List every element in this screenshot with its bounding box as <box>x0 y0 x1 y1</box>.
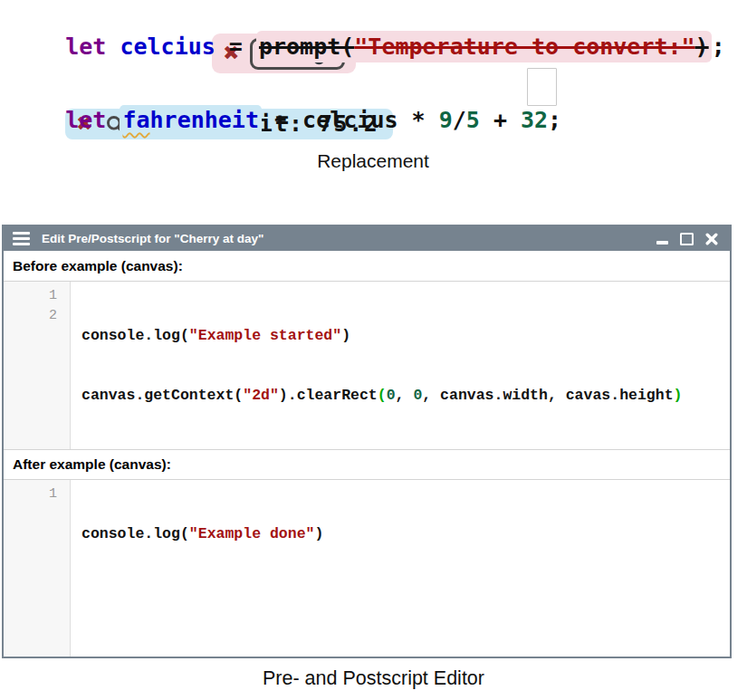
line-number-gutter: 1 2 <box>4 282 71 449</box>
line-number: 1 <box>4 484 57 504</box>
window-titlebar: Edit Pre/Postscript for "Cherry at day" <box>4 226 730 251</box>
line-number: 2 <box>4 306 57 326</box>
window-caption: Pre- and Postscript Editor <box>0 667 747 690</box>
after-editor: 1 console.log("Example done") <box>4 480 730 657</box>
snippet-caption: Replacement <box>11 150 735 172</box>
code-tokens-highlighted: fahrenheit <box>122 107 259 133</box>
minimize-button[interactable] <box>656 233 668 245</box>
removed-code-highlight[interactable]: prompt("Temperature to convert:") <box>256 31 712 62</box>
code-line: console.log("Example done") <box>81 524 730 544</box>
code-line-celcius[interactable]: let celcius = prompt("Temperature to con… <box>11 2 735 32</box>
code-snippet: let celcius = prompt("Temperature to con… <box>11 2 735 172</box>
close-button[interactable] <box>705 233 718 245</box>
before-section-label: Before example (canvas): <box>4 251 730 282</box>
code-tokens-pre: let celcius = <box>65 34 256 60</box>
code-tokens-pre: let <box>65 107 120 133</box>
window-controls <box>656 233 721 245</box>
code-tokens-post: = celcius * 9/5 + 32; <box>262 107 561 133</box>
line-number-gutter: 1 <box>4 480 71 657</box>
x-mark-icon <box>705 233 718 245</box>
empty-widget-box[interactable] <box>527 68 557 106</box>
before-code-area[interactable]: console.log("Example started") canvas.ge… <box>71 282 730 449</box>
maximize-button[interactable] <box>680 233 694 245</box>
definition-highlight[interactable]: fahrenheit <box>120 105 262 136</box>
code-line: canvas.getContext("2d").clearRect(0, 0, … <box>81 386 730 406</box>
code-tokens-removed: prompt("Temperature to convert:") <box>259 34 709 60</box>
after-section-label: After example (canvas): <box>4 449 730 480</box>
window-title: Edit Pre/Postscript for "Cherry at day" <box>42 232 263 245</box>
editor-window: Edit Pre/Postscript for "Cherry at day" … <box>2 225 732 658</box>
after-code-area[interactable]: console.log("Example done") <box>71 480 730 657</box>
hamburger-icon[interactable] <box>13 232 30 245</box>
code-line-fahrenheit[interactable]: let fahrenheit = celcius * 9/5 + 32; <box>11 75 735 105</box>
before-editor: 1 2 console.log("Example started") canva… <box>4 282 730 449</box>
code-tokens-post: ; <box>712 34 725 60</box>
line-number: 1 <box>4 286 57 306</box>
code-line: console.log("Example started") <box>81 326 730 346</box>
